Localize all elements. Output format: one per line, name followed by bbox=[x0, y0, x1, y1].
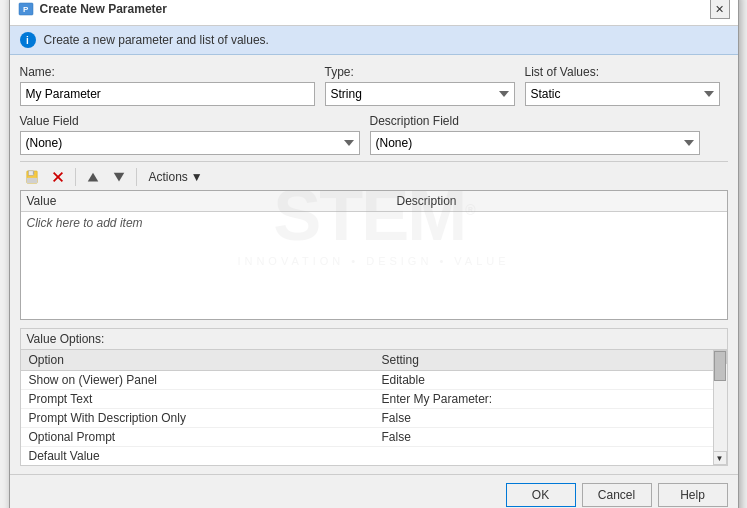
list-select[interactable]: Static Dynamic bbox=[525, 82, 720, 106]
table-row: Show on (Viewer) PanelEditable bbox=[21, 371, 727, 390]
type-label: Type: bbox=[325, 65, 515, 79]
help-button[interactable]: Help bbox=[658, 483, 728, 507]
dialog-icon: P bbox=[18, 1, 34, 17]
close-button[interactable]: ✕ bbox=[710, 0, 730, 19]
scrollbar-down-arrow[interactable]: ▼ bbox=[713, 451, 727, 465]
toolbar-separator-2 bbox=[136, 168, 137, 186]
info-bar: i Create a new parameter and list of val… bbox=[10, 26, 738, 55]
setting-cell: False bbox=[374, 428, 727, 447]
title-bar-left: P Create New Parameter bbox=[18, 1, 167, 17]
ok-button[interactable]: OK bbox=[506, 483, 576, 507]
option-cell: Prompt With Description Only bbox=[21, 409, 374, 428]
list-label: List of Values: bbox=[525, 65, 720, 79]
option-cell: Default Value bbox=[21, 447, 374, 466]
move-down-button[interactable] bbox=[107, 166, 131, 188]
value-field-select[interactable]: (None) bbox=[20, 131, 360, 155]
setting-cell: Enter My Parameter: bbox=[374, 390, 727, 409]
watermark-sub: INNOVATION • DESIGN • VALUE bbox=[237, 255, 509, 267]
setting-cell: Editable bbox=[374, 371, 727, 390]
options-wrapper: Option Setting Show on (Viewer) PanelEdi… bbox=[21, 350, 727, 465]
svg-rect-4 bbox=[26, 178, 37, 183]
add-item-row[interactable]: Click here to add item bbox=[21, 212, 727, 234]
info-text: Create a new parameter and list of value… bbox=[44, 33, 269, 47]
option-cell: Show on (Viewer) Panel bbox=[21, 371, 374, 390]
svg-marker-9 bbox=[113, 173, 124, 182]
options-section-wrapper: Value Options: Option Setting Show on (V… bbox=[20, 328, 728, 466]
option-cell: Prompt Text bbox=[21, 390, 374, 409]
name-label: Name: bbox=[20, 65, 315, 79]
move-down-icon bbox=[112, 170, 126, 184]
col-header-setting: Setting bbox=[374, 350, 727, 371]
dialog-title: Create New Parameter bbox=[40, 2, 167, 16]
col-header-option: Option bbox=[21, 350, 374, 371]
values-grid: Value Description Click here to add item… bbox=[20, 190, 728, 320]
type-group: Type: String Integer Double YesNo bbox=[325, 65, 515, 106]
value-desc-row: Value Field (None) Description Field (No… bbox=[20, 114, 728, 155]
table-row: Optional PromptFalse bbox=[21, 428, 727, 447]
dialog-footer: OK Cancel Help bbox=[10, 474, 738, 508]
name-type-list-row: Name: Type: String Integer Double YesNo … bbox=[20, 65, 728, 106]
actions-label: Actions bbox=[149, 170, 188, 184]
toolbar-separator-1 bbox=[75, 168, 76, 186]
list-group: List of Values: Static Dynamic bbox=[525, 65, 720, 106]
setting-cell bbox=[374, 447, 727, 466]
cancel-button[interactable]: Cancel bbox=[582, 483, 652, 507]
table-row: Prompt With Description OnlyFalse bbox=[21, 409, 727, 428]
desc-field-label: Description Field bbox=[370, 114, 700, 128]
info-icon: i bbox=[20, 32, 36, 48]
desc-field-group: Description Field (None) bbox=[370, 114, 700, 155]
value-field-group: Value Field (None) bbox=[20, 114, 360, 155]
table-row: Default Value bbox=[21, 447, 727, 466]
options-table-body: Show on (Viewer) PanelEditablePrompt Tex… bbox=[21, 371, 727, 466]
actions-chevron: ▼ bbox=[191, 170, 203, 184]
svg-marker-8 bbox=[87, 173, 98, 182]
scrollbar-thumb[interactable] bbox=[714, 351, 726, 381]
options-header: Value Options: bbox=[21, 329, 727, 350]
grid-body: Click here to add item STEM® INNOVATION … bbox=[21, 212, 727, 234]
options-section: Value Options: Option Setting Show on (V… bbox=[20, 328, 728, 466]
grid-toolbar: Actions ▼ bbox=[20, 161, 728, 190]
save-icon bbox=[25, 170, 39, 184]
type-select[interactable]: String Integer Double YesNo bbox=[325, 82, 515, 106]
options-table: Option Setting Show on (Viewer) PanelEdi… bbox=[21, 350, 727, 465]
delete-icon bbox=[51, 170, 65, 184]
close-icon: ✕ bbox=[715, 3, 724, 16]
name-group: Name: bbox=[20, 65, 315, 106]
dialog-body: Name: Type: String Integer Double YesNo … bbox=[10, 55, 738, 466]
name-input[interactable] bbox=[20, 82, 315, 106]
svg-text:P: P bbox=[23, 5, 29, 14]
actions-button[interactable]: Actions ▼ bbox=[142, 166, 210, 188]
title-bar: P Create New Parameter ✕ bbox=[10, 0, 738, 26]
col-header-description: Description bbox=[397, 194, 721, 208]
setting-cell: False bbox=[374, 409, 727, 428]
value-field-label: Value Field bbox=[20, 114, 360, 128]
move-up-icon bbox=[86, 170, 100, 184]
col-header-value: Value bbox=[27, 194, 397, 208]
delete-button[interactable] bbox=[46, 166, 70, 188]
create-parameter-dialog: P Create New Parameter ✕ i Create a new … bbox=[9, 0, 739, 508]
scrollbar-track: ▲ ▼ bbox=[713, 350, 727, 465]
desc-field-select[interactable]: (None) bbox=[370, 131, 700, 155]
table-row: Prompt TextEnter My Parameter: bbox=[21, 390, 727, 409]
move-up-button[interactable] bbox=[81, 166, 105, 188]
svg-rect-5 bbox=[32, 171, 33, 174]
save-button[interactable] bbox=[20, 166, 44, 188]
options-table-header-row: Option Setting bbox=[21, 350, 727, 371]
grid-header: Value Description bbox=[21, 191, 727, 212]
option-cell: Optional Prompt bbox=[21, 428, 374, 447]
